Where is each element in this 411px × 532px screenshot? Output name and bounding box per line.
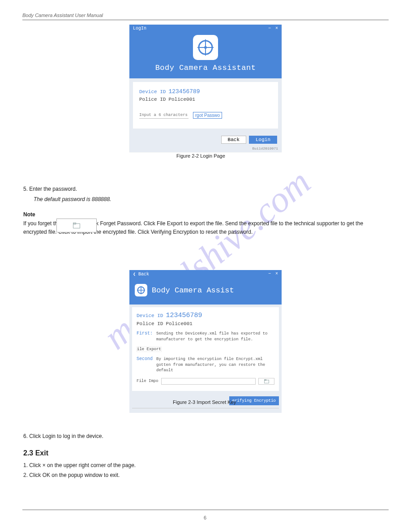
import-titlebar: ❮ Back − × [129,270,282,278]
login-titlebar: LogIn − × [129,25,282,32]
police-id-label: Police ID [139,97,166,102]
login-titlebar-text: LogIn [133,26,146,31]
file-export-button[interactable]: ile Export [137,347,162,352]
second-text: By importing the encryption file Encrypt… [156,356,274,373]
close-icon[interactable]: × [275,271,278,276]
browse-icon-button[interactable] [56,219,97,232]
import-card: Device ID 123456789 Police ID Police001 … [132,307,279,391]
page-top-rule [22,20,389,20]
device-id-value: 123456789 [168,88,200,95]
exit-heading: 2.3 Exit [23,448,48,459]
import-back-text[interactable]: Back [138,272,149,277]
back-button[interactable]: Back [221,136,246,144]
minimize-icon[interactable]: − [268,26,271,31]
step5-hint: The default password is 888888. [34,195,275,204]
police-id-label: Police ID [137,321,163,326]
back-arrow-icon[interactable]: ❮ [133,272,136,277]
login-header: Body Camera Assistant [129,32,282,78]
page-number: 6 [204,514,206,522]
import-header: Body Camera Assist [129,278,282,305]
page-bottom-rule [22,510,389,510]
folder-icon [264,379,269,383]
step5: 5. Enter the password. [23,185,364,193]
note-label: Note [23,210,35,219]
close-icon[interactable]: × [275,26,278,31]
import-window: ❮ Back − × Body Camera Assist Device ID … [129,270,282,413]
verify-encryption-button[interactable]: erifying Encryptio [229,396,279,405]
app-title: Body Camera Assistant [129,64,282,72]
app-icon-small [135,284,147,296]
svg-point-4 [204,46,207,49]
login-card: Device ID 123456789 Police ID Police001 … [133,82,278,129]
app-icon [193,35,218,60]
first-text: Sending the DeviceKey.xml file has expor… [156,331,274,342]
exit-step2: 2. Click OK on the popup window to exit. [23,471,364,480]
file-import-path[interactable] [161,378,256,385]
login-figure-caption: Figure 2-2 Login Page [176,152,225,160]
device-id-value: 123456789 [166,312,202,319]
file-import-browse[interactable] [258,378,274,385]
login-button[interactable]: Login [249,136,277,144]
build-text: Build2019071 [129,146,282,152]
device-id-label: Device ID [137,313,163,318]
device-id-label: Device ID [139,89,166,94]
forgot-password-link[interactable]: rgot Passwo [193,112,222,119]
login-button-row: Back Login [129,132,282,146]
import-title: Body Camera Assist [152,286,234,295]
exit-step1: 1. Click × on the upper right corner of … [23,461,364,470]
police-id-value: Police001 [168,97,195,102]
import-figure-caption: Figure 2-3 Import Secret Key [173,399,236,406]
step6: 6. Click Login to log in the device. [23,432,364,441]
folder-icon [73,223,80,228]
page-header-text: Body Camera Assistant User Manual [22,12,103,19]
first-label: First: [137,331,153,342]
minimize-icon[interactable]: − [268,271,271,276]
second-label: Second [137,356,153,373]
password-input[interactable] [139,112,188,119]
file-import-label: File Impo [137,379,158,383]
police-id-value: Police001 [166,321,192,326]
login-window: LogIn − × Body Camera Assistant Device I… [129,25,282,152]
